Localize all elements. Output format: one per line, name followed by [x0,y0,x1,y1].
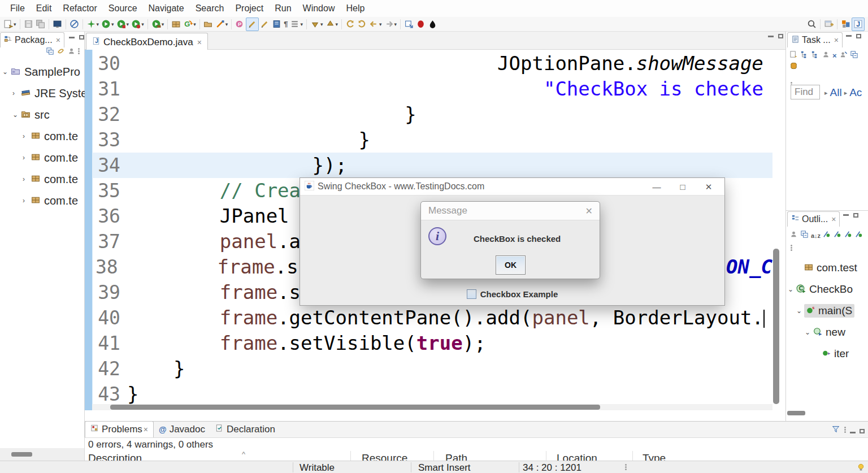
collapse-all-icon[interactable] [850,50,858,61]
ink-drop-icon[interactable] [427,18,439,31]
outline-item-new[interactable]: ⌄new [805,322,845,343]
next-annotation-icon[interactable]: ▾ [309,18,324,31]
filter-icon[interactable] [831,424,840,436]
chevron-icon[interactable]: ⌄ [805,328,813,336]
code-line-34[interactable]: 34 }); [92,153,772,178]
delete-icon[interactable]: × [832,51,837,60]
tab-declaration[interactable]: Declaration [210,422,280,437]
sort-az-icon[interactable]: a↓z [811,231,821,240]
minimize-icon[interactable] [843,214,849,216]
horizontal-scrollbar-thumb[interactable] [110,405,600,410]
open-resource-icon[interactable] [202,18,214,31]
close-icon[interactable]: × [831,215,836,224]
filter-activate-link[interactable]: Ac [849,86,862,99]
maximize-icon[interactable] [860,426,865,436]
horizontal-scrollbar-track[interactable] [92,404,772,410]
chevron-icon[interactable]: › [23,197,31,205]
menu-file[interactable]: File [5,2,31,15]
close-icon[interactable]: ✕ [585,206,593,216]
menu-run[interactable]: Run [269,2,297,15]
maximize-icon[interactable]: □ [670,178,695,196]
view-tree-icon[interactable] [800,50,809,61]
menu-source[interactable]: Source [103,2,143,15]
hide-local-icon[interactable] [855,229,863,241]
code-line-31[interactable]: 31 "CheckBox is checke [92,76,772,102]
person-off-icon[interactable] [839,50,848,61]
save-icon[interactable] [23,18,34,31]
tree-item-samplepro[interactable]: ⌄SamplePro [2,61,80,83]
minimize-icon[interactable] [768,36,774,37]
hide-static-icon[interactable] [834,229,842,241]
minimize-icon[interactable] [846,35,852,37]
outline-item-checkbo[interactable]: ⌄CCheckBo [788,279,853,300]
chevron-icon[interactable]: ⌄ [2,68,10,76]
drag-handle-icon[interactable] [625,463,627,471]
filter-all-link[interactable]: All [830,86,842,99]
java-perspective-icon[interactable]: J [852,18,865,31]
collapse-all-icon[interactable] [46,46,54,58]
tree-item-com-te[interactable]: ›com.te [23,125,78,147]
tab-outline[interactable]: Outli... × [787,211,840,227]
close-icon[interactable]: × [56,36,60,45]
code-line-32[interactable]: 32 } [92,102,772,127]
build-all-icon[interactable]: G▾ [182,18,197,31]
link-with-editor-icon[interactable] [57,46,65,58]
minimize-icon[interactable] [69,37,75,38]
outline-item-com-test[interactable]: com.test [796,257,857,279]
search-icon[interactable] [806,18,818,31]
lightbulb-icon[interactable] [857,462,865,473]
hide-fields-icon[interactable] [823,229,831,241]
open-task-icon[interactable]: P [234,18,246,31]
column-header-location[interactable]: Location [557,452,597,461]
tree-item-com-te[interactable]: ›com.te [23,190,78,211]
close-icon[interactable]: × [144,425,148,434]
tab-checkboxdemo-java[interactable]: J CheckBoxDemo.java × [86,33,208,51]
menu-navigate[interactable]: Navigate [143,2,190,15]
close-icon[interactable]: ✕ [696,178,721,196]
chevron-icon[interactable]: › [23,132,31,140]
find-input[interactable]: Find [791,85,820,99]
new-wizard-icon[interactable]: ▾ [2,18,18,31]
close-icon[interactable]: × [834,36,839,45]
minimize-icon[interactable] [850,426,856,436]
maximize-icon[interactable] [79,35,84,40]
checkbox-example-control[interactable]: Checkbox Example [300,289,724,299]
code-line-43[interactable]: 43} [92,381,772,407]
vertical-scrollbar[interactable] [773,249,779,404]
view-tree-alt-icon[interactable] [811,50,819,61]
chevron-icon[interactable]: › [12,89,20,97]
focus-tasks-icon[interactable] [67,46,76,58]
menu-project[interactable]: Project [229,2,269,15]
tab-package-explorer[interactable]: Packag... × [0,32,64,47]
sidebar-scrollbar-thumb[interactable] [11,452,32,457]
save-all-icon[interactable] [34,18,46,31]
code-line-33[interactable]: 33 } [92,127,772,153]
back-history-icon[interactable]: ▾ [368,18,383,31]
record-red-icon[interactable] [415,18,427,31]
view-menu-icon[interactable] [78,47,80,57]
outline-item-iter[interactable]: iter [813,343,849,364]
pin-editor-icon[interactable] [403,18,415,31]
minimize-icon[interactable]: — [644,178,669,196]
menu-help[interactable]: Help [340,2,370,15]
fwd-edit-icon[interactable] [356,18,368,31]
menu-search[interactable]: Search [190,2,230,15]
chevron-icon[interactable]: ⌄ [796,307,804,315]
menu-window[interactable]: Window [297,2,341,15]
ok-button[interactable]: OK [496,255,526,275]
open-declaration-icon[interactable] [271,18,283,31]
view-menu-icon[interactable] [844,426,846,436]
annotate-icon[interactable] [259,18,271,31]
swing-title-bar[interactable]: Swing CheckBox - www.TestingDocs.com — □… [300,178,724,196]
tree-item-com-te[interactable]: ›com.te [23,147,78,168]
chevron-icon[interactable]: ⌄ [12,111,20,119]
collapse-all-icon[interactable] [800,229,809,241]
tab-task-list[interactable]: Task ... × [787,32,843,47]
column-header-resource[interactable]: Resource [362,452,407,461]
tree-item-com-te[interactable]: ›com.te [23,168,78,190]
debug-icon[interactable]: ▾ [85,18,101,31]
focus-icon[interactable] [789,229,798,241]
column-header-description[interactable]: Description [88,452,142,461]
format-icon[interactable]: ▾ [214,18,229,31]
last-edit-icon[interactable] [344,18,356,31]
